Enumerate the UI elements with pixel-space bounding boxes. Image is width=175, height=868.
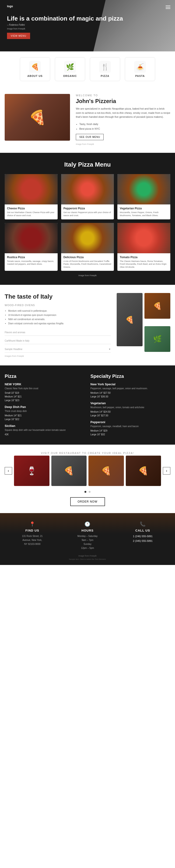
order-now-button[interactable]: ORDER NOW bbox=[70, 497, 105, 506]
tomato-pizza-body: Tomato Pizza The Classic Marinara Sauce,… bbox=[117, 253, 170, 271]
gallery-prev-button[interactable]: ‹ bbox=[5, 467, 12, 474]
pepperoni-pizza-body: Pepperoni Pizza Get our classic Pepperon… bbox=[61, 205, 114, 219]
tomato-pizza-desc: The Classic Marinara Sauce, Roma Tomatoe… bbox=[120, 260, 168, 269]
hero-img-credit: Image from Freepik bbox=[7, 28, 168, 30]
hamburger-menu[interactable] bbox=[166, 5, 170, 10]
hero-headline: Life is a combination of magic and pizza bbox=[7, 15, 168, 22]
welcome-text: WELCOME TO John's Pizzeria We are specia… bbox=[70, 94, 170, 146]
category-pasta[interactable]: 🍝 PASTA bbox=[125, 57, 155, 81]
sicilian-price: 42€ bbox=[5, 433, 85, 436]
taste-made-in-italy-field[interactable]: Carfithuret Made in Italy bbox=[5, 338, 111, 344]
pizza-menu-list: Pizza NEW YORK Classic New York style th… bbox=[5, 374, 85, 436]
welcome-bullets: Tasty, fresh daily Best pizza in NYC bbox=[76, 122, 170, 131]
pizza-grid: Cheese Pizza Get our Manhattan Classic C… bbox=[5, 174, 170, 271]
vegetarian-pizza-body: Vegetarian Pizza Mozzarella, Green Peppe… bbox=[117, 205, 170, 219]
call-us-title: CALL US bbox=[119, 529, 166, 532]
rustica-pizza-title: Rustica Pizza bbox=[7, 256, 55, 259]
pepperoni-pizza-image bbox=[61, 174, 114, 205]
taste-dropdown[interactable]: Sample Headline ▼ bbox=[5, 346, 111, 352]
ny-special-price: Medium 14" $27.50Large 16" $36.50 bbox=[91, 391, 171, 399]
gallery-section: Visit our restaurant to create your idea… bbox=[0, 445, 175, 513]
pizza-card-pepperoni: Pepperoni Pizza Get our classic Pepperon… bbox=[61, 174, 114, 219]
vegetarian-pizza-image bbox=[117, 174, 170, 205]
gallery-subtitle: Visit our restaurant to create your idea… bbox=[5, 452, 170, 455]
hours-title: HOURS bbox=[64, 529, 111, 532]
vegetarian-pizza-title: Vegetarian Pizza bbox=[120, 207, 168, 210]
new-york-pizza-desc: Classic New York style thin crust bbox=[5, 387, 85, 390]
pizza-card-vegetarian: Vegetarian Pizza Mozzarella, Green Peppe… bbox=[117, 174, 170, 219]
rustica-pizza-body: Rustica Pizza Tomato sauce, mozzarella, … bbox=[5, 253, 58, 268]
deep-dish-desc: Thick crust deep dish bbox=[5, 409, 85, 413]
hero-author: – Federico Fellini bbox=[7, 24, 168, 26]
location-icon: 📍 bbox=[9, 521, 56, 527]
vegetarian-specialty-name: Vegetarian bbox=[91, 401, 171, 405]
hero-section: logo Life is a combination of magic and … bbox=[0, 0, 175, 52]
category-about-us-label: ABOUT US bbox=[27, 74, 42, 78]
taste-photos: 🍕 🍕 🌿 bbox=[117, 293, 170, 357]
welcome-bullet-2: Best pizza in NYC bbox=[79, 127, 170, 131]
tomato-pizza-title: Tomato Pizza bbox=[120, 256, 168, 259]
welcome-bullet-1: Tasty, fresh daily bbox=[79, 122, 170, 127]
welcome-description: We are specialized in authentic Neapolit… bbox=[76, 107, 170, 119]
deep-dish-price: Medium 14" $21Large 16" $22 bbox=[5, 414, 85, 421]
taste-flavors-field[interactable]: Flavors and aromas bbox=[5, 329, 111, 336]
taste-img-credit: Images from Freepik bbox=[5, 355, 111, 357]
taste-photo-3: 🌿 bbox=[144, 326, 170, 352]
pepperoni-pizza-title: Pepperoni Pizza bbox=[64, 207, 112, 210]
category-pasta-label: PASTA bbox=[135, 74, 145, 78]
chevron-down-icon: ▼ bbox=[108, 348, 111, 350]
logo: logo bbox=[7, 5, 168, 8]
rustica-pizza-image bbox=[5, 223, 58, 253]
footer-call-us: 📞 CALL US 1 (246) 555-58912 (345) 555-58… bbox=[119, 521, 166, 550]
taste-photo-2: 🍕 bbox=[144, 293, 170, 319]
cheese-pizza-image bbox=[5, 174, 58, 205]
find-us-title: FIND US bbox=[9, 529, 56, 532]
pepperoni-specialty-name: Pepperoni bbox=[91, 420, 171, 424]
clock-icon: 🕐 bbox=[64, 521, 111, 527]
welcome-subtitle: WELCOME TO bbox=[76, 94, 170, 97]
gallery-row: ‹ 🍷 🍕 🍕 🍕 › bbox=[5, 456, 170, 486]
organic-icon: 🌿 bbox=[64, 61, 76, 73]
view-menu-button[interactable]: VIEW MENU bbox=[7, 33, 30, 39]
footer-hours: 🕐 HOURS Monday – Saturday9am – 7pmSunday… bbox=[64, 521, 111, 550]
gallery-photo-1: 🍷 bbox=[14, 456, 49, 486]
delicious-pizza-image bbox=[61, 223, 114, 253]
deep-dish-name: Deep Dish Pan bbox=[5, 405, 85, 409]
find-us-address: 131 Rock Street, 21Avenue, New York,NY 9… bbox=[9, 534, 56, 546]
sicilian-desc: Square deep dish with our housemade onio… bbox=[5, 428, 85, 432]
italy-pizza-menu-section: Italy Pizza Menu Cheese Pizza Get our Ma… bbox=[0, 153, 175, 285]
ny-special-desc: Pepperoni, sausage, bell pepper, onion a… bbox=[91, 387, 171, 390]
delicious-pizza-title: Delicious Pizza bbox=[64, 256, 112, 259]
pizza-icon: 🍴 bbox=[99, 61, 111, 73]
gallery-photo-4: 🍕 bbox=[126, 456, 161, 486]
rustica-pizza-desc: Tomato sauce, mozzarella, sausage, crisp… bbox=[7, 260, 55, 266]
vegetarian-pizza-desc: Mozzarella, Green Pepper, Onions, Fresh … bbox=[120, 211, 168, 217]
cheese-pizza-body: Cheese Pizza Get our Manhattan Classic C… bbox=[5, 205, 58, 219]
taste-left: The taste of Italy Wood-fired ovens Mord… bbox=[5, 293, 111, 357]
sicilian-name: Sicilian bbox=[5, 424, 85, 428]
hours-text: Monday – Saturday9am – 7pmSunday12pm – 5… bbox=[64, 534, 111, 550]
category-about-us[interactable]: 🍕 ABOUT US bbox=[20, 57, 50, 81]
categories-section: 🍕 ABOUT US 🌿 ORGANIC 🍴 PIZZA 🍝 PASTA bbox=[0, 52, 175, 87]
gallery-dot-1[interactable] bbox=[84, 491, 86, 493]
delicious-pizza-desc: A mix of Porcini Mushrooms and Decadent … bbox=[64, 260, 112, 269]
gallery-dots bbox=[5, 490, 170, 494]
footer-find-us: 📍 FIND US 131 Rock Street, 21Avenue, New… bbox=[9, 521, 56, 550]
category-pizza[interactable]: 🍴 PIZZA bbox=[90, 57, 120, 81]
category-organic[interactable]: 🌿 ORGANIC bbox=[55, 57, 85, 81]
gallery-photos: 🍷 🍕 🍕 🍕 bbox=[14, 456, 161, 486]
taste-bullet-4: Diam volutpat commodo sed egestas egesta… bbox=[8, 321, 111, 326]
welcome-pizza-image: 🍕 bbox=[5, 94, 70, 141]
vegetarian-specialty-desc: Mushroom, bell pepper, onion, tomato and… bbox=[91, 406, 171, 409]
about-us-icon: 🍕 bbox=[29, 61, 41, 73]
pizza-card-delicious: Delicious Pizza A mix of Porcini Mushroo… bbox=[61, 223, 114, 271]
taste-photo-1: 🍕 bbox=[117, 293, 143, 346]
phone-icon: 📞 bbox=[119, 521, 166, 527]
gallery-next-button[interactable]: › bbox=[163, 467, 170, 474]
delicious-pizza-body: Delicious Pizza A mix of Porcini Mushroo… bbox=[61, 253, 114, 271]
specialty-pizza-title: Specialty Pizza bbox=[91, 374, 171, 379]
see-menu-button[interactable]: SEE OUR MENU bbox=[76, 134, 104, 140]
gallery-dot-2[interactable] bbox=[89, 491, 91, 493]
pepperoni-specialty-desc: Pepperoni, sausage, meatball, ham and ba… bbox=[91, 425, 171, 428]
footer-section: 📍 FIND US 131 Rock Street, 21Avenue, New… bbox=[0, 513, 175, 565]
